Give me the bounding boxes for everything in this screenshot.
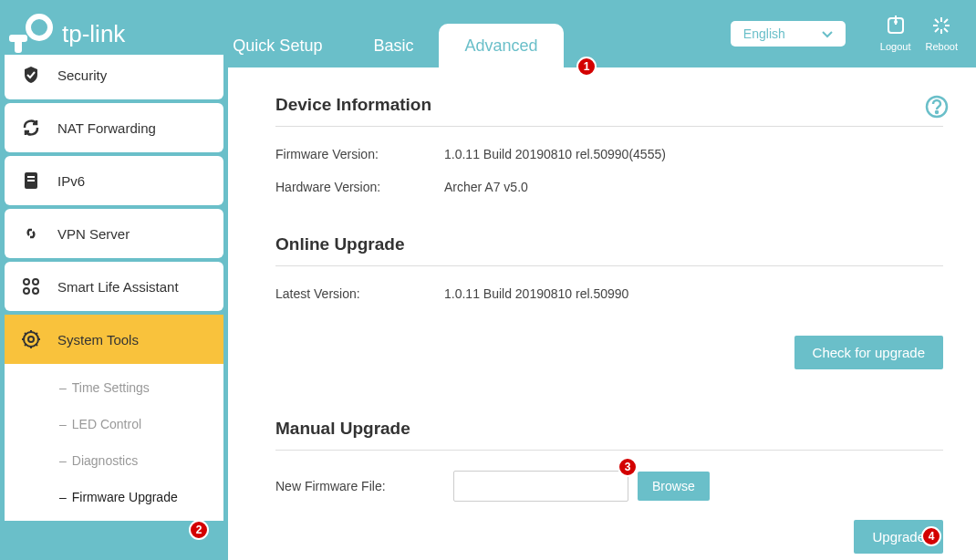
sidebar-item-label: Security [57, 67, 107, 83]
reboot-icon [930, 16, 952, 37]
svg-rect-14 [27, 176, 35, 178]
firmware-file-input[interactable] [453, 471, 628, 502]
divider [275, 450, 943, 451]
subitem-firmware-upgrade[interactable]: – Firmware Upgrade [5, 479, 223, 515]
refresh-icon [21, 118, 41, 138]
new-firmware-file-label: New Firmware File: [275, 479, 444, 493]
gear-icon [21, 329, 41, 349]
check-upgrade-button[interactable]: Check for upgrade [794, 336, 943, 369]
browse-button[interactable]: Browse [638, 472, 710, 501]
tab-advanced[interactable]: Advanced [439, 24, 563, 67]
tab-basic[interactable]: Basic [348, 24, 439, 67]
svg-line-28 [25, 344, 26, 346]
svg-point-31 [936, 111, 938, 113]
sidebar-item-label: NAT Forwarding [57, 120, 156, 136]
logout-label: Logout [880, 41, 911, 52]
sidebar: Security NAT Forwarding IPv6 VPN Server … [0, 55, 228, 560]
svg-point-17 [33, 279, 38, 285]
logout-icon [885, 16, 907, 37]
divider [275, 265, 943, 266]
svg-line-11 [935, 28, 939, 32]
manual-upgrade-title: Manual Upgrade [275, 419, 943, 439]
svg-point-20 [28, 337, 34, 342]
chevron-down-icon [822, 26, 833, 41]
svg-point-4 [895, 21, 897, 23]
svg-line-29 [36, 333, 37, 335]
tplink-logo-icon [9, 14, 57, 54]
sidebar-item-smart-life[interactable]: Smart Life Assistant [5, 262, 223, 311]
divider [275, 126, 943, 127]
svg-line-12 [944, 19, 948, 23]
shield-icon [21, 65, 41, 85]
sidebar-subitems: – Time Settings – LED Control – Diagnost… [5, 364, 223, 521]
main-content: Device Information Firmware Version: 1.0… [228, 67, 976, 560]
subitem-diagnostics[interactable]: – Diagnostics [5, 442, 223, 479]
sidebar-item-ipv6[interactable]: IPv6 [5, 156, 223, 205]
hardware-version-value: Archer A7 v5.0 [444, 180, 528, 194]
svg-point-18 [24, 288, 29, 294]
svg-point-19 [33, 288, 38, 294]
latest-version-value: 1.0.11 Build 20190810 rel.50990 [444, 286, 628, 301]
device-info-title: Device Information [275, 95, 943, 115]
annotation-marker-1: 1 [576, 57, 597, 77]
logout-button[interactable]: Logout [880, 16, 911, 52]
subitem-time-settings[interactable]: – Time Settings [5, 369, 223, 406]
svg-line-26 [25, 333, 26, 335]
link-icon [21, 223, 41, 244]
subitem-led-control[interactable]: – LED Control [5, 406, 223, 442]
annotation-marker-4: 4 [921, 526, 941, 546]
svg-point-0 [28, 16, 50, 38]
sidebar-item-vpn-server[interactable]: VPN Server [5, 209, 223, 258]
svg-line-10 [944, 28, 948, 32]
tab-quick-setup[interactable]: Quick Setup [207, 24, 348, 67]
online-upgrade-title: Online Upgrade [275, 234, 943, 254]
hardware-version-label: Hardware Version: [275, 180, 444, 194]
svg-line-9 [935, 19, 939, 23]
sidebar-item-label: IPv6 [57, 173, 85, 189]
latest-version-label: Latest Version: [275, 286, 444, 301]
firmware-version-value: 1.0.11 Build 20190810 rel.50990(4555) [444, 147, 666, 161]
svg-line-27 [36, 344, 37, 346]
svg-point-16 [24, 279, 29, 285]
svg-rect-15 [27, 180, 35, 181]
annotation-marker-3: 3 [618, 457, 638, 477]
firmware-version-label: Firmware Version: [275, 147, 444, 161]
brand-logo: tp-link [9, 14, 125, 54]
sidebar-item-label: Smart Life Assistant [57, 279, 179, 295]
sidebar-item-label: VPN Server [57, 226, 130, 242]
sidebar-item-system-tools[interactable]: System Tools [5, 315, 223, 364]
main-tabs: Quick Setup Basic Advanced [207, 0, 563, 67]
sidebar-item-label: System Tools [57, 332, 139, 347]
brand-name: tp-link [62, 20, 125, 48]
sidebar-item-security[interactable]: Security [5, 55, 223, 99]
reboot-label: Reboot [926, 41, 958, 52]
reboot-button[interactable]: Reboot [926, 16, 958, 52]
help-icon[interactable] [925, 95, 949, 122]
sidebar-item-nat-forwarding[interactable]: NAT Forwarding [5, 103, 223, 152]
annotation-marker-2: 2 [189, 520, 209, 540]
document-icon [21, 171, 41, 191]
svg-rect-2 [9, 35, 27, 42]
language-selector[interactable]: English [731, 21, 846, 47]
grid-icon [21, 276, 41, 296]
language-value: English [743, 26, 785, 41]
